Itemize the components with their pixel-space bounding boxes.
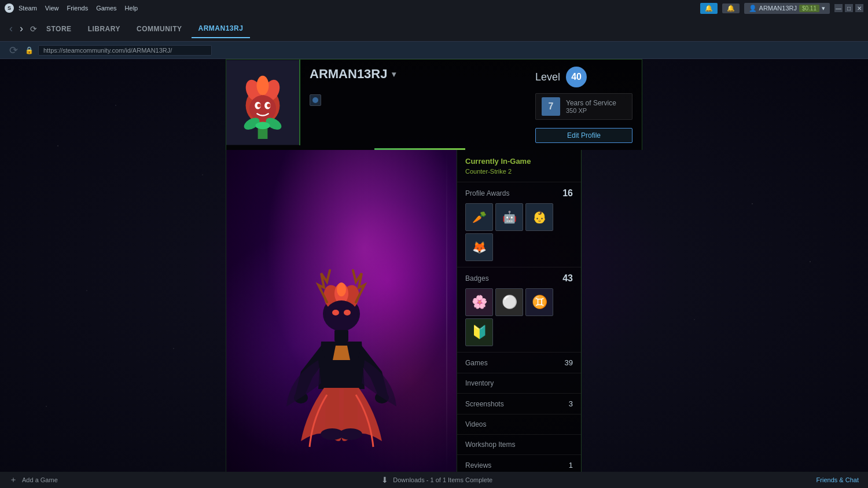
badges-section: Badges 43 🌸 ⚪ ♊ 🔰 [457, 267, 581, 353]
refresh-button[interactable]: ⟳ [30, 24, 37, 34]
profile-info: ARMAN13RJ ▾ [300, 60, 526, 150]
showcase-divider [446, 150, 447, 476]
svg-point-23 [344, 310, 351, 315]
games-nav-item[interactable]: Games 39 [457, 353, 581, 373]
svg-point-15 [312, 97, 318, 103]
inventory-nav-item[interactable]: Inventory [457, 373, 581, 394]
in-game-title: Counter-Strike 2 [465, 168, 573, 175]
svg-point-22 [332, 310, 339, 315]
minimize-button[interactable]: — [834, 4, 843, 12]
badges-icons: 🌸 ⚪ ♊ 🔰 [465, 288, 573, 346]
status-bar: ＋ Add a Game ⬇ Downloads - 1 of 1 Items … [0, 472, 868, 488]
address-back-button[interactable]: ⟳ [7, 42, 20, 59]
in-game-label: Currently In-Game [465, 157, 573, 166]
level-section: Level 40 7 Years of Service 350 XP Edit … [526, 60, 642, 150]
profile-header: ARMAN13RJ ▾ Level 40 [226, 59, 642, 150]
friends-chat-button[interactable]: Friends & Chat [816, 476, 859, 483]
username-dropdown-arrow[interactable]: ▾ [392, 69, 396, 79]
level-label: Level [535, 71, 560, 83]
address-input[interactable] [38, 45, 212, 56]
years-of-service: 7 Years of Service 350 XP [535, 93, 632, 120]
badge-icon-3[interactable]: ♊ [525, 288, 553, 316]
notification-button[interactable]: 🔔 [700, 3, 718, 14]
avatar-svg [226, 60, 299, 145]
balance-display: $0.11 [799, 5, 819, 12]
award-icon-1[interactable]: 🥕 [465, 203, 493, 231]
inventory-label: Inventory [465, 379, 494, 387]
years-info: Years of Service 350 XP [566, 99, 616, 114]
lock-icon: 🔒 [25, 46, 34, 54]
years-label: Years of Service [566, 99, 616, 107]
svg-point-30 [339, 428, 362, 440]
menu-steam[interactable]: Steam [19, 5, 37, 12]
profile-content: Currently In-Game Counter-Strike 2 Profi… [226, 150, 642, 476]
add-game-section[interactable]: ＋ Add a Game [9, 475, 58, 485]
badge-icon-2[interactable]: ⚪ [495, 288, 523, 316]
badges-count: 43 [562, 273, 573, 284]
badge-icon-1[interactable]: 🌸 [465, 288, 493, 316]
character-svg [284, 256, 399, 476]
back-button[interactable]: ‹ [7, 20, 15, 37]
videos-nav-item[interactable]: Videos [457, 414, 581, 435]
avatar [226, 60, 299, 145]
menu-help[interactable]: Help [125, 5, 138, 12]
nav-community[interactable]: COMMUNITY [130, 20, 189, 38]
screenshots-count: 3 [569, 399, 573, 408]
downloads-label: Downloads - 1 of 1 Items Complete [393, 476, 492, 483]
status-indicator [310, 87, 517, 107]
badges-stat-row: Badges 43 [465, 273, 573, 284]
title-bar-left: S Steam View Friends Games Help [5, 3, 138, 13]
years-xp: 350 XP [566, 107, 616, 114]
title-bar-menu: Steam View Friends Games Help [19, 5, 138, 12]
dropdown-arrow-icon: ▾ [822, 5, 825, 12]
username-text: ARMAN13RJ [310, 67, 387, 82]
status-icon [310, 94, 321, 106]
games-count: 39 [565, 358, 573, 367]
avatar-frame [226, 60, 300, 145]
menu-view[interactable]: View [45, 5, 59, 12]
svg-rect-24 [334, 330, 348, 342]
maximize-button[interactable]: □ [845, 4, 853, 12]
workshop-label: Workshop Items [465, 441, 515, 449]
svg-point-21 [325, 300, 358, 329]
user-avatar-icon: 👤 [749, 5, 757, 12]
user-account-button[interactable]: 👤 ARMAN13RJ $0.11 ▾ [744, 3, 830, 14]
svg-point-10 [267, 104, 270, 107]
downloads-section: ⬇ Downloads - 1 of 1 Items Complete [381, 475, 492, 485]
nav-profile[interactable]: ARMAN13RJ [192, 20, 251, 38]
profile-right-panel: Currently In-Game Counter-Strike 2 Profi… [457, 150, 582, 476]
level-row: Level 40 [535, 67, 632, 87]
svg-point-5 [257, 76, 269, 96]
username-display: ARMAN13RJ [759, 5, 797, 12]
reviews-label: Reviews [465, 461, 491, 469]
workshop-nav-item[interactable]: Workshop Items [457, 435, 581, 455]
screenshots-nav-item[interactable]: Screenshots 3 [457, 394, 581, 414]
awards-icons: 🥕 🤖 👶 🦊 [465, 203, 573, 261]
reviews-count: 1 [569, 461, 573, 469]
years-badge: 7 [542, 97, 560, 116]
add-game-label: Add a Game [22, 476, 58, 483]
showcase-character [278, 256, 405, 476]
profile-awards-section: Profile Awards 16 🥕 🤖 👶 🦊 [457, 182, 581, 267]
award-icon-4[interactable]: 🦊 [465, 233, 493, 261]
award-icon-3[interactable]: 👶 [525, 203, 553, 231]
badge-icon-4[interactable]: 🔰 [465, 318, 493, 346]
close-button[interactable]: ✕ [855, 4, 863, 12]
awards-stat-row: Profile Awards 16 [465, 188, 573, 199]
forward-button[interactable]: › [17, 20, 25, 37]
title-bar: S Steam View Friends Games Help 🔔 🔔 👤 AR… [0, 0, 868, 16]
award-icon-2[interactable]: 🤖 [495, 203, 523, 231]
edit-profile-button[interactable]: Edit Profile [535, 128, 632, 143]
profile-username: ARMAN13RJ ▾ [310, 67, 517, 82]
nav-library[interactable]: LIBRARY [81, 20, 127, 38]
menu-friends[interactable]: Friends [67, 5, 88, 12]
awards-count: 16 [562, 188, 573, 199]
menu-games[interactable]: Games [96, 5, 116, 12]
games-label: Games [465, 359, 488, 367]
badges-label: Badges [465, 274, 489, 282]
steam-logo-icon: S [5, 3, 14, 13]
bell-button[interactable]: 🔔 [722, 3, 740, 13]
game-controller-icon [311, 96, 319, 104]
nav-store[interactable]: STORE [39, 20, 79, 38]
add-icon: ＋ [9, 475, 17, 485]
